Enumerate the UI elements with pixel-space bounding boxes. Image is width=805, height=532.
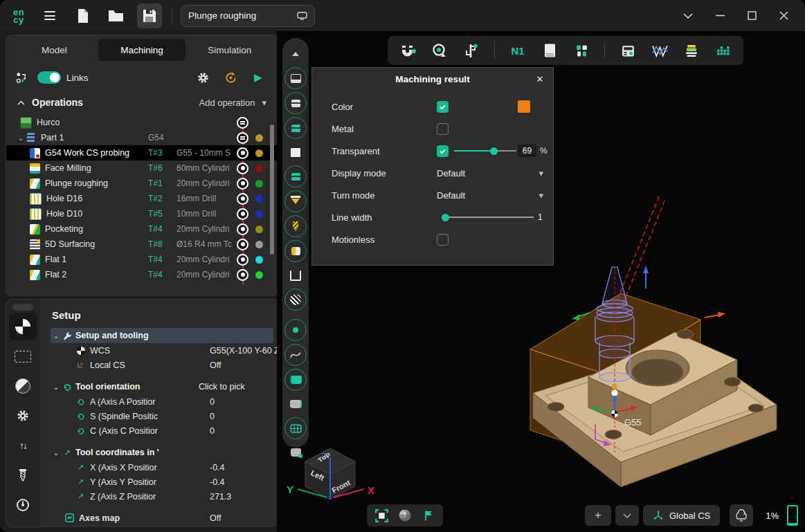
strip-item-approach[interactable]: ↑↓ <box>9 432 37 459</box>
show-holder-button[interactable] <box>284 240 307 262</box>
section-tool-coordinates[interactable]: ⌄ ↗ Tool coordinates in ' <box>51 445 273 460</box>
maximize-button[interactable] <box>745 10 758 22</box>
operations-settings-button[interactable] <box>193 68 212 87</box>
visibility-toggle[interactable] <box>237 147 248 159</box>
visibility-toggle[interactable] <box>237 178 248 190</box>
transparent-slider[interactable] <box>454 147 516 155</box>
line-width-value[interactable]: 1 <box>538 212 543 222</box>
show-surfaces-button[interactable] <box>284 369 307 391</box>
visibility-toggle[interactable] <box>237 208 248 220</box>
show-drill-button[interactable] <box>284 215 307 237</box>
gcode-button[interactable]: N1 <box>509 42 527 59</box>
strip-item-strategy[interactable] <box>9 372 37 400</box>
close-button[interactable] <box>777 10 790 22</box>
show-solid-button[interactable] <box>285 142 306 163</box>
close-dialog-button[interactable]: ✕ <box>534 73 546 85</box>
operation-color-dot[interactable] <box>255 226 263 233</box>
setup-row-axis-z[interactable]: ↗ Z (Axis Z Positior 271.3 <box>51 489 273 504</box>
turn-mode-select[interactable]: Default▾ <box>437 190 543 201</box>
strip-item-tool[interactable] <box>9 461 37 489</box>
visibility-toggle[interactable] <box>237 132 248 144</box>
toolpath-graph-button[interactable] <box>651 42 669 59</box>
tooling-button[interactable] <box>572 42 590 59</box>
operation-color-dot[interactable] <box>255 241 263 248</box>
visibility-toggle[interactable] <box>237 239 248 250</box>
transparent-checkbox[interactable] <box>437 145 449 157</box>
visibility-toggle[interactable] <box>237 254 248 266</box>
setup-row-spindle[interactable]: S (Spindle Positic 0 <box>51 409 273 423</box>
open-file-button[interactable] <box>104 3 129 28</box>
expand-chevron-icon[interactable]: ⌄ <box>16 134 26 142</box>
show-edges-button[interactable] <box>285 442 306 463</box>
flag-button[interactable] <box>421 508 436 523</box>
strip-item-workpiece[interactable] <box>9 342 37 370</box>
links-toggle[interactable] <box>37 71 61 84</box>
setup-row-axis-y[interactable]: ↗ Y (Axis Y Positior -0.4 <box>51 475 273 489</box>
operation-row-flat2[interactable]: Flat 2 T#4 20mm Cylindri <box>6 267 278 282</box>
operation-color-dot[interactable] <box>255 256 263 264</box>
setup-row-axis-x[interactable]: ↗ X (Axis X Positior -0.4 <box>51 460 273 475</box>
collapse-toolbar-button[interactable] <box>285 44 306 64</box>
visibility-toggle[interactable] <box>237 193 248 205</box>
control-panel-button[interactable] <box>619 42 637 59</box>
tab-model[interactable]: Model <box>10 39 98 61</box>
layers-button[interactable] <box>682 42 700 59</box>
strip-item-feeds[interactable] <box>9 491 37 519</box>
minimize-button[interactable] <box>714 10 726 22</box>
cs-dropdown-button[interactable] <box>615 505 639 526</box>
operation-row-flat1[interactable]: Flat 1 T#4 20mm Cylindri <box>6 252 278 267</box>
save-button[interactable] <box>137 3 162 28</box>
operations-scrollbar[interactable] <box>270 125 274 255</box>
line-width-slider[interactable] <box>442 213 534 221</box>
motionless-checkbox[interactable] <box>437 234 449 246</box>
operation-color-dot[interactable] <box>255 271 263 279</box>
add-operation-button[interactable]: Add operation▾ <box>199 98 266 108</box>
global-cs-button[interactable]: Global CS <box>643 505 720 526</box>
color-swatch[interactable] <box>518 100 530 113</box>
caliper-button[interactable] <box>462 42 480 59</box>
new-file-button[interactable] <box>71 3 96 28</box>
color-checkbox[interactable] <box>437 101 449 113</box>
measure-tape-button[interactable] <box>431 42 449 59</box>
collapse-chevron-icon[interactable] <box>17 100 25 105</box>
section-tool-orientation[interactable]: ⌄ Tool orientation Click to pick <box>51 379 273 394</box>
show-hatch-button[interactable] <box>284 288 307 311</box>
visibility-toggle[interactable] <box>237 163 248 174</box>
operation-color-dot[interactable] <box>255 210 263 218</box>
tab-simulation[interactable]: Simulation <box>186 39 273 61</box>
operation-color-dot[interactable] <box>255 195 263 203</box>
operation-row-part1[interactable]: ⌄ Part 1 G54 <box>6 130 278 145</box>
metal-checkbox[interactable] <box>437 123 449 135</box>
display-mode-select[interactable]: Default▾ <box>437 168 543 178</box>
wcs-value[interactable]: G55(X-100 Y-60 Z0) <box>210 346 278 356</box>
visibility-toggle[interactable] <box>237 117 248 129</box>
tool-orientation-value[interactable]: Click to pick <box>199 382 245 392</box>
setup-row-local-cs[interactable]: Local CS Off <box>51 358 273 372</box>
show-curves-button[interactable] <box>284 344 307 366</box>
transparent-value[interactable]: 69 <box>518 145 536 157</box>
operation-row-plunge-roughing[interactable]: Plunge roughing T#1 20mm Cylindri <box>6 176 278 191</box>
section-setup-and-tooling[interactable]: ⌄ Setup and tooling <box>51 328 273 343</box>
notifications-button[interactable]: 1 <box>730 504 753 526</box>
local-cs-value[interactable]: Off <box>210 360 221 370</box>
recalculate-button[interactable] <box>221 68 240 87</box>
operation-color-dot[interactable] <box>255 149 263 157</box>
strip-item-setup[interactable] <box>9 313 37 340</box>
operation-color-dot[interactable] <box>255 180 263 187</box>
operation-row-face-milling[interactable]: Face Milling T#6 60mm Cylindri <box>6 160 278 176</box>
add-cs-button[interactable]: + <box>585 505 611 526</box>
show-faces-button[interactable] <box>285 394 306 414</box>
statistics-button[interactable] <box>714 42 732 59</box>
shading-mode-button[interactable] <box>397 508 413 523</box>
setup-row-wcs[interactable]: WCS G55(X-100 Y-60 Z0) <box>51 343 273 358</box>
show-points-button[interactable] <box>284 319 307 341</box>
tab-machining[interactable]: Machining <box>98 39 186 61</box>
document-title-field[interactable]: Plunge roughing <box>181 5 315 27</box>
collapse-titlebar-button[interactable] <box>682 10 694 22</box>
operation-color-dot[interactable] <box>255 165 263 172</box>
snap-button[interactable] <box>399 42 417 59</box>
viewport-3d[interactable]: G55 Z Top Left Front Y X <box>277 31 805 532</box>
operation-color-dot[interactable] <box>255 134 263 142</box>
operation-row-5d-surfacing[interactable]: 5D Surfacing T#8 Ø16 R4 mm Tc <box>6 237 278 252</box>
run-simulation-button[interactable]: ▶ <box>248 68 268 87</box>
